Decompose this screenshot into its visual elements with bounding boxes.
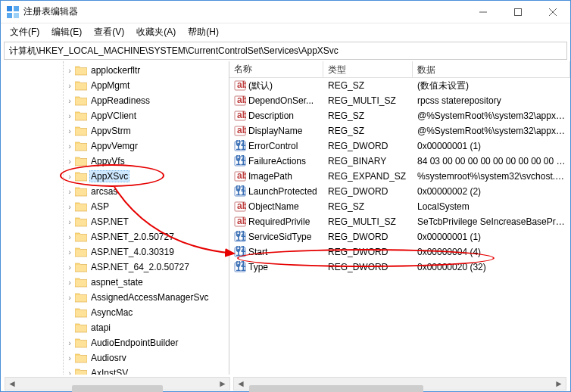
tree-item[interactable]: ›applockerfltr bbox=[1, 63, 229, 78]
chevron-right-icon[interactable]: › bbox=[64, 263, 75, 272]
chevron-right-icon[interactable]: › bbox=[64, 369, 75, 375]
menu-help[interactable]: 帮助(H) bbox=[182, 24, 225, 40]
chevron-right-icon[interactable]: › bbox=[64, 278, 75, 287]
list-scrollbar-horizontal[interactable]: ◄► bbox=[233, 377, 566, 390]
tree-item-label: ASP.NET_2.0.50727 bbox=[89, 232, 176, 242]
svg-rect-0 bbox=[7, 6, 12, 11]
value-row[interactable]: abObjectNameREG_SZLocalSystem bbox=[229, 199, 570, 214]
chevron-right-icon[interactable]: › bbox=[64, 293, 75, 302]
value-row[interactable]: abDisplayNameREG_SZ@%SystemRoot%\system3… bbox=[229, 123, 570, 138]
minimize-button[interactable] bbox=[466, 1, 501, 23]
title-bar: 注册表编辑器 bbox=[1, 1, 570, 23]
value-type: REG_SZ bbox=[323, 79, 413, 92]
value-type: REG_SZ bbox=[323, 110, 413, 122]
tree-item[interactable]: ›AxInstSV bbox=[1, 366, 229, 375]
value-data: @%SystemRoot%\system32\appxdeploymentser… bbox=[413, 110, 570, 122]
close-button[interactable] bbox=[535, 1, 570, 23]
menu-view[interactable]: 查看(V) bbox=[88, 24, 130, 40]
chevron-right-icon[interactable]: › bbox=[64, 232, 75, 241]
tree-item-label: applockerfltr bbox=[89, 65, 142, 76]
value-row[interactable]: abRequiredPrivileREG_MULTI_SZSeTcbPrivil… bbox=[229, 214, 570, 229]
value-name: RequiredPrivile bbox=[248, 216, 310, 227]
tree-item[interactable]: ›AppVClient bbox=[1, 108, 229, 123]
value-name: LaunchProtected bbox=[248, 186, 317, 197]
tree-item[interactable]: ›AppvStrm bbox=[1, 123, 229, 138]
value-row[interactable]: ab(默认)REG_SZ(数值未设置) bbox=[229, 78, 570, 93]
col-name[interactable]: 名称 bbox=[229, 61, 323, 77]
tree-item-label: AudioEndpointBuilder bbox=[89, 338, 179, 348]
address-bar[interactable]: 计算机\HKEY_LOCAL_MACHINE\SYSTEM\CurrentCon… bbox=[4, 42, 567, 60]
chevron-right-icon[interactable]: › bbox=[64, 202, 75, 211]
value-row[interactable]: 011110StartREG_DWORD0x00000004 (4) bbox=[229, 244, 570, 260]
value-row[interactable]: abDescriptionREG_SZ@%SystemRoot%\system3… bbox=[229, 108, 570, 123]
value-list-pane[interactable]: 名称 类型 数据 ab(默认)REG_SZ(数值未设置)abDependOnSe… bbox=[229, 61, 570, 375]
tree-item[interactable]: ›AppXSvc bbox=[1, 169, 229, 184]
value-data: 0x00000020 (32) bbox=[413, 261, 570, 273]
value-name: Description bbox=[248, 110, 294, 121]
value-name: Type bbox=[248, 262, 268, 272]
tree-item-label: AsyncMac bbox=[89, 307, 134, 318]
tree-item[interactable]: ›AppvVemgr bbox=[1, 138, 229, 154]
value-type: REG_MULTI_SZ bbox=[323, 95, 413, 107]
chevron-right-icon[interactable]: › bbox=[64, 157, 75, 166]
tree-item[interactable]: ›AssignedAccessManagerSvc bbox=[1, 290, 229, 305]
value-type: REG_DWORD bbox=[323, 246, 413, 258]
menu-edit[interactable]: 编辑(E) bbox=[45, 24, 88, 40]
value-type: REG_EXPAND_SZ bbox=[323, 170, 413, 182]
tree-item[interactable]: ›AudioEndpointBuilder bbox=[1, 335, 229, 350]
tree-item[interactable]: ›aspnet_state bbox=[1, 275, 229, 290]
chevron-right-icon[interactable]: › bbox=[64, 172, 75, 181]
tree-scrollbar-horizontal[interactable]: ◄► bbox=[5, 377, 230, 390]
tree-pane[interactable]: ›applockerfltr›AppMgmt›AppReadiness›AppV… bbox=[1, 61, 229, 375]
value-data: rpcss staterepository bbox=[413, 95, 570, 107]
tree-item[interactable]: ›ASP.NET_2.0.50727 bbox=[1, 229, 229, 244]
col-type[interactable]: 类型 bbox=[323, 61, 413, 77]
value-type: REG_DWORD bbox=[323, 231, 413, 243]
tree-item[interactable]: ›ASP.NET_4.0.30319 bbox=[1, 244, 229, 260]
tree-item[interactable]: ›AppMgmt bbox=[1, 78, 229, 93]
value-row[interactable]: 011110TypeREG_DWORD0x00000020 (32) bbox=[229, 260, 570, 275]
chevron-right-icon[interactable]: › bbox=[64, 111, 75, 120]
chevron-right-icon[interactable]: › bbox=[64, 142, 75, 151]
chevron-right-icon[interactable]: › bbox=[64, 247, 75, 257]
value-row[interactable]: 011110LaunchProtectedREG_DWORD0x00000002… bbox=[229, 184, 570, 199]
value-type: REG_DWORD bbox=[323, 185, 413, 198]
col-data[interactable]: 数据 bbox=[413, 61, 570, 77]
svg-text:110: 110 bbox=[236, 187, 246, 198]
chevron-right-icon[interactable]: › bbox=[64, 126, 75, 135]
tree-item[interactable]: AsyncMac bbox=[1, 305, 229, 320]
tree-item-label: aspnet_state bbox=[89, 277, 145, 288]
value-row[interactable]: 011110ServiceSidTypeREG_DWORD0x00000001 … bbox=[229, 229, 570, 244]
chevron-right-icon[interactable]: › bbox=[64, 353, 75, 362]
tree-item[interactable]: ›AppReadiness bbox=[1, 93, 229, 108]
chevron-right-icon[interactable]: › bbox=[64, 338, 75, 347]
tree-item-label: AppVClient bbox=[89, 110, 138, 121]
tree-item[interactable]: ›arcsas bbox=[1, 184, 229, 199]
value-data: 0x00000001 (1) bbox=[413, 140, 570, 152]
menu-favorites[interactable]: 收藏夹(A) bbox=[130, 24, 182, 40]
value-data: LocalSystem bbox=[413, 201, 570, 213]
tree-item[interactable]: ›Audiosrv bbox=[1, 350, 229, 366]
value-row[interactable]: 011110FailureActionsREG_BINARY84 03 00 0… bbox=[229, 154, 570, 169]
svg-rect-3 bbox=[14, 13, 19, 18]
value-name: DependOnSer... bbox=[248, 95, 314, 106]
value-row[interactable]: abDependOnSer...REG_MULTI_SZrpcss stater… bbox=[229, 93, 570, 108]
value-type: REG_MULTI_SZ bbox=[323, 216, 413, 228]
value-name: ServiceSidType bbox=[248, 232, 311, 242]
value-name: ErrorControl bbox=[248, 141, 298, 151]
tree-item[interactable]: ›ASP.NET_64_2.0.50727 bbox=[1, 260, 229, 275]
tree-item[interactable]: ›AppvVfs bbox=[1, 154, 229, 169]
tree-item[interactable]: ›ASP.NET bbox=[1, 214, 229, 229]
chevron-right-icon[interactable]: › bbox=[64, 66, 75, 75]
chevron-right-icon[interactable]: › bbox=[64, 187, 75, 196]
maximize-button[interactable] bbox=[501, 1, 535, 23]
chevron-right-icon[interactable]: › bbox=[64, 217, 75, 226]
value-row[interactable]: abImagePathREG_EXPAND_SZ%systemroot%\sys… bbox=[229, 169, 570, 184]
tree-item[interactable]: atapi bbox=[1, 320, 229, 335]
value-name: FailureActions bbox=[248, 156, 306, 166]
value-row[interactable]: 011110ErrorControlREG_DWORD0x00000001 (1… bbox=[229, 138, 570, 154]
chevron-right-icon[interactable]: › bbox=[64, 96, 75, 105]
menu-file[interactable]: 文件(F) bbox=[4, 24, 45, 40]
tree-item[interactable]: ›ASP bbox=[1, 199, 229, 214]
chevron-right-icon[interactable]: › bbox=[64, 81, 75, 90]
